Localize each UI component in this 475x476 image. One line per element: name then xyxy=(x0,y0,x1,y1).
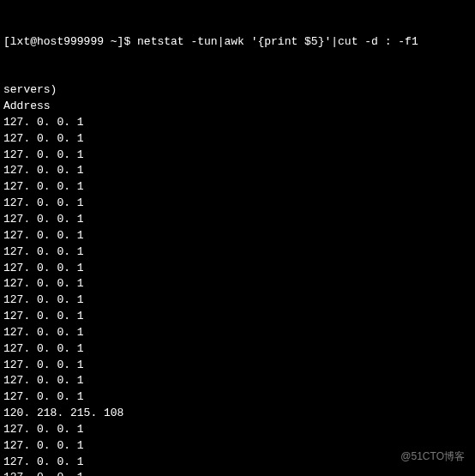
output-line: 127. 0. 0. 1 xyxy=(3,341,472,358)
output-line: 127. 0. 0. 1 xyxy=(3,131,472,148)
shell-command: netstat -tun|awk '{print $5}'|cut -d : -… xyxy=(137,35,418,48)
output-line: 127. 0. 0. 1 xyxy=(3,422,472,438)
command-output: servers)Address127. 0. 0. 1127. 0. 0. 11… xyxy=(3,82,472,476)
output-line: 127. 0. 0. 1 xyxy=(3,373,472,389)
output-line: servers) xyxy=(3,82,472,99)
output-line: 127. 0. 0. 1 xyxy=(3,179,472,196)
output-line: Address xyxy=(3,99,472,115)
output-line: 127. 0. 0. 1 xyxy=(3,115,472,131)
output-line: 127. 0. 0. 1 xyxy=(3,244,472,261)
output-line: 127. 0. 0. 1 xyxy=(3,163,472,179)
output-line: 127. 0. 0. 1 xyxy=(3,212,472,228)
output-line: 127. 0. 0. 1 xyxy=(3,276,472,292)
output-line: 127. 0. 0. 1 xyxy=(3,325,472,341)
output-line: 127. 0. 0. 1 xyxy=(3,292,472,309)
output-line: 127. 0. 0. 1 xyxy=(3,389,472,406)
watermark-label: @51CTO博客 xyxy=(400,449,465,464)
output-line: 127. 0. 0. 1 xyxy=(3,470,472,476)
output-line: 127. 0. 0. 1 xyxy=(3,148,472,164)
output-line: 120. 218. 215. 108 xyxy=(3,406,472,422)
output-line: 127. 0. 0. 1 xyxy=(3,358,472,374)
shell-prompt: [lxt@host999999 ~]$ xyxy=(3,35,137,48)
output-line: 127. 0. 0. 1 xyxy=(3,261,472,277)
output-line: 127. 0. 0. 1 xyxy=(3,228,472,244)
output-line: 127. 0. 0. 1 xyxy=(3,196,472,212)
terminal-output[interactable]: [lxt@host999999 ~]$ netstat -tun|awk '{p… xyxy=(3,2,472,476)
output-line: 127. 0. 0. 1 xyxy=(3,309,472,325)
